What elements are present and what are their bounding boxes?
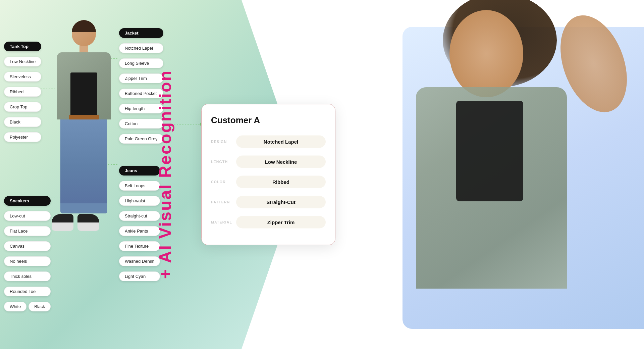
person-crop-top [70, 72, 97, 119]
page-root: Tank Top Low Neckline Sleeveless Ribbed … [0, 0, 644, 349]
attr-row-design: DESIGN Notched Lapel [211, 134, 326, 150]
banner-text: + AI Visual Recognition [157, 70, 174, 279]
person-jeans [60, 119, 107, 213]
attr-value-material: Zipper Trim [236, 216, 326, 228]
shoe-top-left [52, 214, 73, 222]
label-ankle-pants: Ankle Pants [119, 226, 160, 236]
customer-card: Customer A DESIGN Notched Lapel LENGTH L… [201, 104, 335, 245]
vertical-banner: + AI Visual Recognition [157, 60, 174, 289]
attr-row-color: COLOR Ribbed [211, 174, 326, 190]
category-jeans: Jeans [119, 166, 160, 176]
label-polyester: Polyester [4, 132, 41, 142]
attr-row-material: MATERIAL Zipper Trim [211, 214, 326, 230]
model-crop-right [456, 101, 523, 201]
label-thick-soles: Thick soles [4, 271, 51, 281]
label-fine-texture: Fine Texture [119, 241, 160, 251]
attr-label-material: MATERIAL [211, 220, 236, 224]
label-high-waist: High-waist [119, 196, 160, 206]
label-washed-denim: Washed Denim [119, 256, 160, 266]
shoe-left [52, 214, 73, 231]
person-hair [72, 20, 96, 32]
label-long-sleeve: Long Sleeve [119, 58, 163, 68]
left-labels-top: Tank Top Low Neckline Sleeveless Ribbed … [4, 40, 41, 143]
label-straight-cut: Straight-cut [119, 211, 160, 221]
person-shoes [49, 214, 102, 231]
label-light-cyan: Light Cyan [119, 271, 160, 281]
attr-row-pattern: PATTERN Straight-Cut [211, 194, 326, 210]
label-white: White [4, 302, 26, 311]
person-belt [69, 115, 99, 119]
label-notched-lapel: Notched Lapel [119, 43, 163, 53]
attr-row-length: LENGTH Low Neckline [211, 154, 326, 170]
model-face-right [449, 10, 523, 97]
label-black2: Black [29, 302, 51, 311]
person-jacket [57, 52, 111, 119]
attr-value-length: Low Neckline [236, 155, 326, 168]
attr-value-pattern: Straight-Cut [236, 196, 326, 208]
label-flat-lace: Flat Lace [4, 226, 51, 236]
right-labels-jeans: Jeans Belt Loops High-waist Straight-cut… [119, 164, 160, 283]
label-no-heels: No heels [4, 256, 51, 266]
person-left [49, 20, 119, 275]
label-low-neckline: Low Neckline [4, 57, 41, 66]
shoe-right [77, 214, 99, 231]
attr-value-color: Ribbed [236, 176, 326, 188]
category-sneakers: Sneakers [4, 196, 51, 206]
label-sleeveless: Sleeveless [4, 72, 41, 82]
label-black: Black [4, 117, 41, 127]
right-model-figure [376, 0, 644, 349]
person-neck [79, 46, 88, 52]
label-rounded-toe: Rounded Toe [4, 287, 51, 296]
category-tank-top: Tank Top [4, 42, 41, 51]
attr-label-design: DESIGN [211, 140, 236, 144]
label-crop-top: Crop Top [4, 102, 41, 112]
right-model-area [376, 0, 644, 349]
shoe-colors: White Black [4, 300, 51, 313]
person-head [72, 20, 96, 46]
label-canvas: Canvas [4, 241, 51, 251]
customer-name: Customer A [211, 115, 326, 126]
attr-label-length: LENGTH [211, 160, 236, 164]
attr-value-design: Notched Lapel [236, 135, 326, 148]
shoe-top-right [77, 214, 99, 222]
label-ribbed: Ribbed [4, 87, 41, 97]
jean-fold [60, 203, 107, 213]
attr-label-pattern: PATTERN [211, 200, 236, 204]
left-labels-bottom: Sneakers Low-cut Flat Lace Canvas No hee… [4, 195, 51, 313]
label-low-cut: Low-cut [4, 211, 51, 221]
category-jacket: Jacket [119, 28, 163, 38]
label-belt-loops: Belt Loops [119, 181, 160, 191]
attr-label-color: COLOR [211, 180, 236, 184]
